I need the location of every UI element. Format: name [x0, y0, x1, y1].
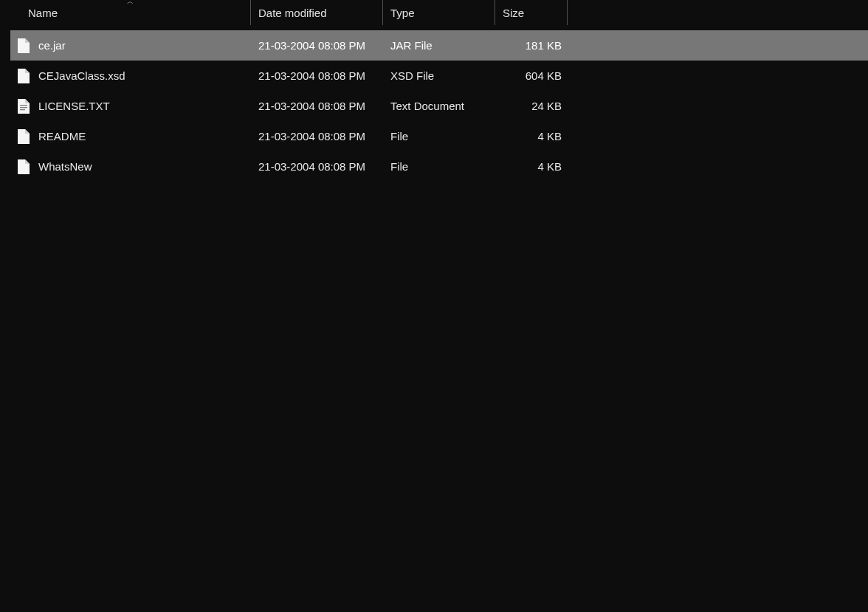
file-date-cell: 21-03-2004 08:08 PM	[251, 91, 383, 121]
file-name-cell: LICENSE.TXT	[10, 91, 251, 121]
file-type: Text Document	[390, 100, 464, 112]
file-date-cell: 21-03-2004 08:08 PM	[251, 30, 383, 61]
svg-marker-2	[18, 69, 30, 83]
file-size: 4 KB	[537, 160, 562, 173]
file-name: CEJavaClass.xsd	[38, 69, 125, 82]
svg-rect-8	[20, 109, 25, 110]
column-header-name-label: Name	[28, 7, 58, 19]
file-name-cell: README	[10, 121, 251, 151]
file-date-cell: 21-03-2004 08:08 PM	[251, 61, 383, 91]
file-name: ce.jar	[38, 39, 66, 52]
file-date: 21-03-2004 08:08 PM	[258, 39, 365, 52]
file-row[interactable]: ce.jar21-03-2004 08:08 PMJAR File181 KB	[10, 30, 868, 61]
file-date: 21-03-2004 08:08 PM	[258, 160, 365, 173]
file-name: LICENSE.TXT	[38, 100, 110, 112]
file-type: File	[390, 160, 408, 173]
column-header-row: ︿ Name Date modified Type Size	[10, 0, 868, 25]
file-name-cell: WhatsNew	[10, 151, 251, 182]
file-icon	[18, 69, 30, 83]
svg-marker-10	[25, 129, 30, 134]
file-row[interactable]: CEJavaClass.xsd21-03-2004 08:08 PMXSD Fi…	[10, 61, 868, 91]
file-name: README	[38, 130, 86, 142]
file-icon	[18, 159, 30, 174]
file-name: WhatsNew	[38, 160, 92, 173]
column-header-type-label: Type	[390, 7, 415, 19]
svg-rect-6	[20, 105, 27, 106]
file-row[interactable]: WhatsNew21-03-2004 08:08 PMFile4 KB	[10, 151, 868, 182]
file-type-cell: JAR File	[383, 30, 495, 61]
svg-marker-12	[25, 159, 30, 164]
file-name-cell: CEJavaClass.xsd	[10, 61, 251, 91]
file-size: 181 KB	[526, 39, 562, 52]
svg-rect-7	[20, 107, 27, 108]
file-row[interactable]: LICENSE.TXT21-03-2004 08:08 PMText Docum…	[10, 91, 868, 121]
file-size-cell: 4 KB	[495, 151, 568, 182]
svg-marker-3	[25, 69, 30, 73]
column-header-type[interactable]: Type	[383, 0, 495, 25]
svg-marker-1	[25, 38, 30, 43]
file-type: File	[390, 130, 408, 142]
file-type: XSD File	[390, 69, 434, 82]
file-rows: ce.jar21-03-2004 08:08 PMJAR File181 KBC…	[10, 30, 868, 182]
file-size: 604 KB	[526, 69, 562, 82]
file-type-cell: File	[383, 151, 495, 182]
file-icon	[18, 38, 30, 53]
file-size-cell: 24 KB	[495, 91, 568, 121]
file-type-cell: Text Document	[383, 91, 495, 121]
file-size-cell: 604 KB	[495, 61, 568, 91]
file-list: ︿ Name Date modified Type Size ce.jar21-…	[10, 0, 868, 182]
file-date: 21-03-2004 08:08 PM	[258, 100, 365, 112]
sort-ascending-icon: ︿	[127, 0, 134, 5]
text-file-icon	[18, 99, 30, 114]
file-type: JAR File	[390, 39, 433, 52]
column-header-name[interactable]: ︿ Name	[10, 0, 251, 25]
file-icon	[18, 129, 30, 144]
file-name-cell: ce.jar	[10, 30, 251, 61]
file-type-cell: File	[383, 121, 495, 151]
column-header-size-label: Size	[503, 7, 524, 19]
column-header-date-label: Date modified	[258, 7, 327, 19]
file-row[interactable]: README21-03-2004 08:08 PMFile4 KB	[10, 121, 868, 151]
file-date-cell: 21-03-2004 08:08 PM	[251, 151, 383, 182]
file-type-cell: XSD File	[383, 61, 495, 91]
file-size-cell: 181 KB	[495, 30, 568, 61]
file-date: 21-03-2004 08:08 PM	[258, 69, 365, 82]
file-date-cell: 21-03-2004 08:08 PM	[251, 121, 383, 151]
column-header-date[interactable]: Date modified	[251, 0, 383, 25]
svg-marker-5	[25, 99, 30, 103]
column-header-size[interactable]: Size	[495, 0, 568, 25]
file-size: 4 KB	[537, 130, 562, 142]
svg-marker-11	[18, 159, 30, 174]
file-size-cell: 4 KB	[495, 121, 568, 151]
file-date: 21-03-2004 08:08 PM	[258, 130, 365, 142]
svg-marker-4	[18, 99, 30, 114]
svg-marker-9	[18, 129, 30, 144]
file-size: 24 KB	[531, 100, 562, 112]
svg-marker-0	[18, 38, 30, 53]
